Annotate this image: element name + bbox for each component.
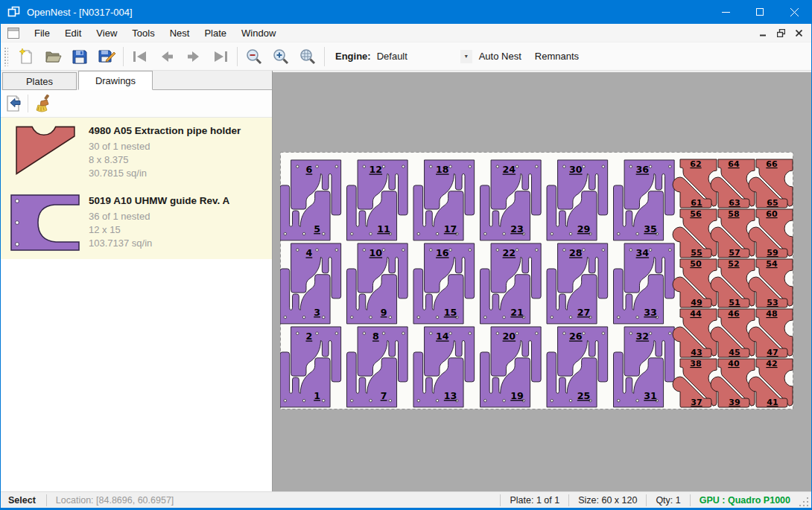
svg-text:9: 9: [381, 307, 387, 318]
mdi-minimize-icon[interactable]: [756, 27, 770, 39]
nest-canvas[interactable]: 6512111817242330293635431091615222128273…: [273, 71, 812, 491]
drawing-size: 12 x 15: [89, 223, 229, 237]
auto-nest-button[interactable]: Auto Nest: [472, 47, 528, 66]
mdi-document-icon[interactable]: [7, 28, 19, 39]
app-icon: [7, 5, 21, 19]
svg-text:48: 48: [766, 309, 777, 319]
close-button[interactable]: [777, 0, 811, 24]
tab-drawings[interactable]: Drawings: [78, 71, 153, 90]
svg-text:59: 59: [767, 248, 778, 258]
svg-text:58: 58: [728, 209, 739, 219]
import-drawing-icon[interactable]: [1, 92, 25, 115]
toolbar-separator: [324, 47, 325, 66]
go-previous-icon[interactable]: [153, 45, 180, 68]
menu-plate[interactable]: Plate: [197, 25, 234, 42]
drawing-area: 30.7815 sq/in: [89, 167, 241, 180]
chevron-down-icon[interactable]: ▾: [460, 50, 472, 63]
engine-combobox[interactable]: Default ▾: [375, 48, 472, 66]
svg-text:64: 64: [728, 159, 740, 169]
svg-text:3: 3: [314, 307, 320, 318]
go-next-icon[interactable]: [180, 45, 207, 68]
menu-nest[interactable]: Nest: [162, 25, 197, 42]
svg-text:43: 43: [691, 348, 702, 357]
drawing-thumbnail: [8, 124, 83, 180]
svg-text:29: 29: [577, 223, 591, 235]
title-bar: OpenNest - [N0317-004]: [1, 0, 811, 24]
status-mode: Select: [1, 495, 46, 506]
svg-text:46: 46: [728, 309, 740, 319]
go-first-icon[interactable]: [127, 45, 153, 68]
svg-text:27: 27: [577, 307, 591, 318]
maximize-button[interactable]: [743, 0, 777, 24]
svg-text:41: 41: [767, 398, 778, 407]
svg-text:34: 34: [636, 247, 650, 258]
drawing-area: 103.7137 sq/in: [89, 237, 229, 250]
svg-text:5: 5: [314, 223, 320, 235]
clean-icon[interactable]: [31, 92, 55, 115]
menu-bar: FileEditViewToolsNestPlateWindow: [1, 24, 811, 42]
drawing-item[interactable]: 4980 A05 Extraction pipe holder 30 of 1 …: [1, 118, 272, 188]
zoom-out-icon[interactable]: [241, 45, 267, 68]
sidebar-toolbar-separator: [28, 95, 28, 112]
svg-text:16: 16: [436, 247, 449, 258]
drawing-thumbnail: [8, 194, 83, 252]
svg-text:44: 44: [690, 309, 702, 319]
menu-view[interactable]: View: [89, 25, 124, 42]
svg-text:47: 47: [767, 348, 778, 357]
svg-text:60: 60: [766, 209, 778, 219]
svg-text:2: 2: [305, 331, 312, 342]
mdi-restore-icon[interactable]: [774, 27, 787, 39]
engine-label: Engine:: [335, 51, 371, 62]
zoom-fit-icon[interactable]: [294, 45, 321, 68]
sidebar: PlatesDrawings 4980 A05 Extraction pipe …: [1, 71, 273, 491]
drawing-item[interactable]: 5019 A10 UHMW guide Rev. A 36 of 1 neste…: [1, 188, 272, 259]
menu-file[interactable]: File: [27, 25, 57, 42]
tab-plates[interactable]: Plates: [2, 72, 77, 90]
zoom-in-icon[interactable]: [267, 45, 294, 68]
drawing-size: 8 x 8.375: [89, 153, 241, 167]
drawing-list: 4980 A05 Extraction pipe holder 30 of 1 …: [1, 118, 272, 259]
svg-text:32: 32: [636, 331, 650, 342]
minimize-button[interactable]: [708, 0, 743, 24]
status-gpu: GPU : Quadro P1000: [691, 495, 799, 506]
svg-text:55: 55: [691, 248, 702, 258]
window-title: OpenNest - [N0317-004]: [27, 7, 133, 18]
sidebar-tabs: PlatesDrawings: [1, 71, 272, 90]
mdi-close-icon[interactable]: [792, 27, 805, 39]
plate-view[interactable]: 6512111817242330293635431091615222128273…: [280, 152, 793, 412]
svg-text:45: 45: [729, 348, 740, 357]
svg-text:61: 61: [691, 198, 702, 208]
new-file-icon[interactable]: [13, 45, 39, 68]
status-qty: Qty: 1: [647, 495, 689, 506]
resize-grip[interactable]: [799, 497, 810, 508]
svg-text:18: 18: [436, 164, 449, 175]
menu-tools[interactable]: Tools: [124, 25, 162, 42]
svg-text:31: 31: [644, 390, 657, 401]
status-bar: Select Location: [84.8696, 60.6957] Plat…: [1, 491, 811, 508]
status-size: Size: 60 x 120: [569, 495, 646, 506]
remnants-button[interactable]: Remnants: [528, 47, 586, 66]
svg-text:57: 57: [729, 248, 740, 258]
engine-selected-value: Default: [375, 51, 460, 62]
open-folder-icon[interactable]: [39, 45, 66, 68]
svg-text:6: 6: [305, 164, 312, 175]
status-location: Location: [84.8696, 60.6957]: [47, 495, 183, 506]
svg-text:65: 65: [767, 198, 778, 208]
toolbar-separator: [237, 47, 238, 66]
svg-text:19: 19: [510, 390, 524, 401]
save-icon[interactable]: [66, 45, 93, 68]
toolbar-grip[interactable]: [4, 47, 8, 66]
save-as-icon[interactable]: [93, 45, 120, 68]
menu-window[interactable]: Window: [234, 25, 283, 42]
svg-text:25: 25: [577, 390, 591, 401]
svg-text:7: 7: [381, 390, 387, 401]
svg-text:33: 33: [644, 307, 657, 318]
menu-edit[interactable]: Edit: [57, 25, 89, 42]
svg-text:24: 24: [503, 164, 516, 175]
svg-text:26: 26: [569, 331, 583, 342]
svg-text:28: 28: [569, 247, 583, 258]
svg-text:38: 38: [690, 359, 701, 369]
go-last-icon[interactable]: [207, 45, 234, 68]
drawing-title: 4980 A05 Extraction pipe holder: [89, 125, 241, 136]
svg-text:63: 63: [729, 198, 740, 208]
